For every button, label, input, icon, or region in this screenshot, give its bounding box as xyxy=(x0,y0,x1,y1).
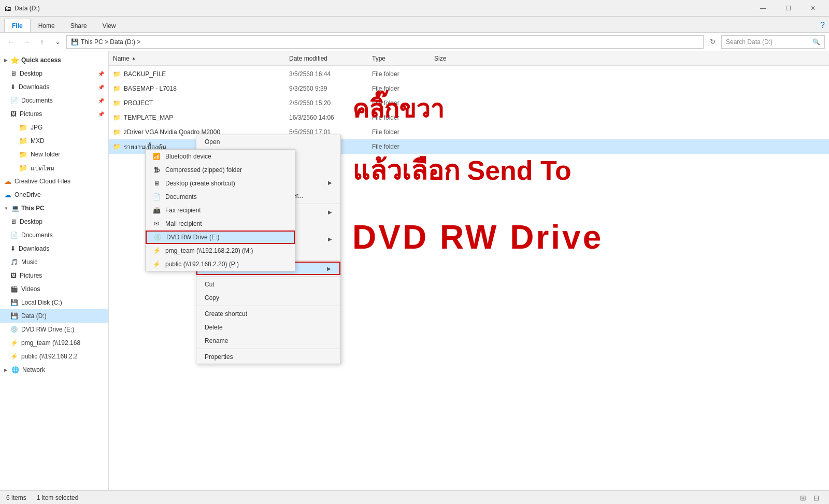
file-type: File folder xyxy=(372,70,434,78)
file-date: 9/3/2560 9:39 xyxy=(289,85,372,92)
col-header-type[interactable]: Type xyxy=(372,55,434,62)
ctx-arrow-7zip: ▶ xyxy=(328,180,332,185)
sidebar-item-documents2[interactable]: 📄 Documents xyxy=(0,228,108,242)
folder-icon-mxd: 📁 xyxy=(19,137,27,145)
nav-recent-button[interactable]: ⌄ xyxy=(51,35,64,49)
creative-cloud-icon: ☁ xyxy=(4,177,11,185)
sendto-fax[interactable]: 📠 Fax recipient xyxy=(146,204,295,217)
sidebar-item-local-disk-c[interactable]: 💾 Local Disk (C:) xyxy=(0,296,108,309)
sidebar-item-mxd[interactable]: 📁 MXD xyxy=(0,134,108,148)
sendto-desktop-shortcut[interactable]: 🖥 Desktop (create shortcut) xyxy=(146,177,295,190)
sidebar-label-mxd: MXD xyxy=(31,137,45,145)
ctx-copy[interactable]: Copy xyxy=(196,291,340,305)
sidebar-label-downloads: Downloads xyxy=(19,83,49,91)
sidebar-item-pictures2[interactable]: 🖼 Pictures xyxy=(0,269,108,282)
address-path[interactable]: 💾 This PC > Data (D:) > xyxy=(66,35,704,49)
tab-view[interactable]: View xyxy=(95,19,124,32)
sidebar-label-documents: Documents xyxy=(21,97,53,104)
sidebar-item-dvd-drive-e[interactable]: 💿 DVD RW Drive (E:) xyxy=(0,323,108,336)
pictures2-icon: 🖼 xyxy=(10,272,17,279)
ctx-delete[interactable]: Delete xyxy=(196,321,340,334)
ctx-cut[interactable]: Cut xyxy=(196,278,340,291)
nav-up-button[interactable]: ↑ xyxy=(35,35,49,49)
music-icon: 🎵 xyxy=(10,258,18,266)
sidebar: ▶ ⭐ Quick access 🖥 Desktop 📌 ⬇ Downloads… xyxy=(0,51,109,490)
col-header-date[interactable]: Date modified xyxy=(289,55,372,62)
bluetooth-icon: 📶 xyxy=(152,152,161,161)
sidebar-item-onedrive[interactable]: ☁ OneDrive xyxy=(0,188,108,201)
tiles-view-button[interactable]: ⊟ xyxy=(810,492,823,504)
sidebar-item-desktop[interactable]: 🖥 Desktop 📌 xyxy=(0,67,108,80)
sidebar-label-pmg-team: pmg_team (\\192.168 xyxy=(21,339,80,347)
sidebar-label-desktop2: Desktop xyxy=(20,218,42,225)
tab-home[interactable]: Home xyxy=(31,19,63,32)
mail-icon: ✉ xyxy=(152,220,161,228)
maximize-button[interactable]: ☐ xyxy=(776,0,800,17)
table-row[interactable]: 📁TEMPLATE_MAP 16/3/2560 14:06 File folde… xyxy=(109,110,829,125)
zip-icon: 🗜 xyxy=(152,166,161,174)
sort-arrow: ▲ xyxy=(132,56,136,61)
ctx-create-shortcut-label: Create shortcut xyxy=(205,310,247,318)
sidebar-item-music[interactable]: 🎵 Music xyxy=(0,255,108,269)
table-row[interactable]: 📁BACKUP_FILE 3/5/2560 16:44 File folder xyxy=(109,67,829,81)
sidebar-label-thai: แปดไหม xyxy=(31,163,54,173)
close-button[interactable]: ✕ xyxy=(801,0,825,17)
tab-file[interactable]: File xyxy=(4,19,31,32)
ctx-create-shortcut[interactable]: Create shortcut xyxy=(196,307,340,321)
tab-share[interactable]: Share xyxy=(63,19,95,32)
table-row[interactable]: 📁BASEMAP - L7018 9/3/2560 9:39 File fold… xyxy=(109,81,829,96)
sendto-public[interactable]: ⚡ public (\\192.168.2.20) (P:) xyxy=(146,257,295,271)
ctx-open[interactable]: Open xyxy=(196,135,340,149)
sidebar-label-network: Network xyxy=(22,366,45,373)
sendto-bluetooth[interactable]: 📶 Bluetooth device xyxy=(146,150,295,163)
sidebar-item-thai[interactable]: 📁 แปดไหม xyxy=(0,161,108,175)
details-view-button[interactable]: ⊞ xyxy=(797,492,809,504)
refresh-button[interactable]: ↻ xyxy=(706,35,719,49)
sidebar-item-pictures[interactable]: 🖼 Pictures 📌 xyxy=(0,107,108,121)
sidebar-item-pmg-team[interactable]: ⚡ pmg_team (\\192.168 xyxy=(0,336,108,350)
sendto-mail[interactable]: ✉ Mail recipient xyxy=(146,217,295,231)
sendto-documents[interactable]: 📄 Documents xyxy=(146,190,295,204)
sendto-pmg-team[interactable]: ⚡ pmg_team (\\192.168.2.20) (M:) xyxy=(146,244,295,257)
nav-forward-button[interactable]: → xyxy=(20,35,33,49)
path-icon: 💾 xyxy=(71,38,79,46)
search-box[interactable]: Search Data (D:) 🔍 xyxy=(721,35,825,49)
sidebar-item-downloads2[interactable]: ⬇ Downloads xyxy=(0,242,108,255)
col-header-size[interactable]: Size xyxy=(434,55,476,62)
selected-count: 1 item selected xyxy=(37,494,79,501)
sendto-pmg-label: pmg_team (\\192.168.2.20) (M:) xyxy=(165,247,253,254)
sidebar-label-creative-cloud: Creative Cloud Files xyxy=(15,178,70,185)
sidebar-item-public[interactable]: ⚡ public (\\192.168.2.2 xyxy=(0,350,108,363)
window-icon: 🗂 xyxy=(4,4,11,12)
sidebar-item-creative-cloud[interactable]: ☁ Creative Cloud Files xyxy=(0,175,108,188)
sidebar-label-music: Music xyxy=(21,258,37,266)
ctx-properties[interactable]: Properties xyxy=(196,350,340,364)
sidebar-label-pictures2: Pictures xyxy=(20,272,42,279)
ctx-rename-label: Rename xyxy=(205,337,228,344)
sidebar-item-data-d[interactable]: 💾 Data (D:) xyxy=(0,309,108,323)
sendto-dvd-label: DVD RW Drive (E:) xyxy=(166,234,219,241)
sidebar-item-desktop2[interactable]: 🖥 Desktop xyxy=(0,215,108,228)
sidebar-label-local-disk-c: Local Disk (C:) xyxy=(21,299,62,306)
sendto-zip[interactable]: 🗜 Compressed (zipped) folder xyxy=(146,163,295,177)
sidebar-label-data-d: Data (D:) xyxy=(21,312,47,320)
sidebar-item-downloads[interactable]: ⬇ Downloads 📌 xyxy=(0,80,108,94)
sendto-public-label: public (\\192.168.2.20) (P:) xyxy=(165,261,239,268)
col-header-name[interactable]: Name ▲ xyxy=(113,55,289,62)
sidebar-item-network[interactable]: ▶ 🌐 Network xyxy=(0,363,108,377)
minimize-button[interactable]: — xyxy=(751,0,775,17)
table-row[interactable]: 📁PROJECT 2/5/2560 15:20 File folder xyxy=(109,96,829,110)
nav-back-button[interactable]: ← xyxy=(4,35,18,49)
main-layout: ▶ ⭐ Quick access 🖥 Desktop 📌 ⬇ Downloads… xyxy=(0,51,829,490)
sidebar-item-documents[interactable]: 📄 Documents 📌 xyxy=(0,94,108,107)
help-button[interactable]: ? xyxy=(820,21,825,32)
ctx-rename[interactable]: Rename xyxy=(196,334,340,348)
sendto-dvd-drive[interactable]: 💿 DVD RW Drive (E:) xyxy=(146,231,295,244)
file-date: 16/3/2560 14:06 xyxy=(289,114,372,121)
sidebar-item-new-folder[interactable]: 📁 New folder xyxy=(0,148,108,161)
sidebar-item-this-pc[interactable]: ▼ 💻 This PC xyxy=(0,201,108,215)
sidebar-item-quick-access[interactable]: ▶ ⭐ Quick access xyxy=(0,53,108,67)
sidebar-item-jpg[interactable]: 📁 JPG xyxy=(0,121,108,134)
sidebar-item-videos[interactable]: 🎬 Videos xyxy=(0,282,108,296)
file-type: File folder xyxy=(372,143,434,150)
